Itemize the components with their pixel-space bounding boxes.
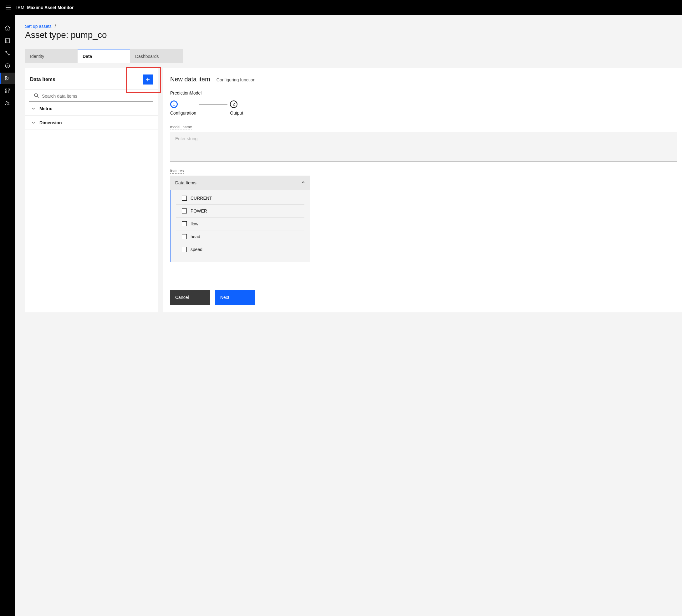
nav-connect-icon[interactable] [0, 48, 15, 59]
model-name: PredictionModel [170, 90, 677, 95]
chevron-down-icon [31, 106, 36, 111]
model-name-label: model_name [170, 125, 192, 130]
search-row [29, 90, 153, 102]
svg-point-10 [8, 102, 9, 103]
search-input[interactable] [42, 94, 147, 98]
option-label: head [190, 234, 200, 239]
svg-point-11 [35, 94, 38, 97]
app-header: IBM Maximo Asset Monitor [0, 0, 682, 15]
brand-ibm: IBM [16, 5, 24, 10]
features-dropdown-header[interactable]: Data Items [170, 176, 310, 190]
new-data-item-title: New data item [170, 76, 210, 83]
brand-product: Maximo Asset Monitor [27, 5, 73, 10]
step-1-circle: 1 [170, 101, 178, 108]
checkbox[interactable] [182, 262, 187, 262]
option-power[interactable]: POWER [176, 205, 304, 218]
option-label: voltage [190, 262, 205, 262]
nav-setup-icon[interactable] [0, 73, 15, 84]
model-name-input[interactable] [170, 132, 677, 162]
option-speed[interactable]: speed [176, 243, 304, 256]
chevron-down-icon [31, 120, 36, 125]
data-items-panel: Data items [25, 68, 158, 312]
next-button[interactable]: Next [215, 290, 255, 305]
checkbox[interactable] [182, 196, 187, 201]
option-label: speed [190, 247, 202, 252]
option-label: CURRENT [190, 196, 212, 201]
nav-explore-icon[interactable] [0, 60, 15, 71]
main-content: Set up assets / Asset type: pump_co Iden… [15, 15, 682, 616]
option-label: flow [190, 221, 198, 226]
option-label: POWER [190, 208, 207, 214]
new-data-item-subtitle: Configuring function [217, 77, 256, 82]
page-title: Asset type: pump_co [25, 30, 682, 40]
svg-rect-5 [5, 79, 7, 80]
step-connector [199, 104, 227, 105]
tab-data[interactable]: Data [77, 49, 130, 63]
tree-label-metric: Metric [40, 106, 52, 111]
svg-rect-7 [8, 89, 10, 90]
search-icon [34, 93, 39, 99]
features-dropdown-list: CURRENT POWER flow [170, 190, 310, 262]
tab-dashboards[interactable]: Dashboards [130, 49, 183, 63]
breadcrumb-separator: / [55, 24, 56, 29]
step-output[interactable]: 2 Output [230, 101, 243, 115]
svg-point-9 [6, 102, 7, 103]
add-data-item-button[interactable] [143, 74, 153, 85]
tree-item-metric[interactable]: Metric [25, 102, 158, 116]
tabs: Identity Data Dashboards [25, 49, 682, 63]
cancel-button[interactable]: Cancel [170, 290, 210, 305]
checkbox[interactable] [182, 247, 187, 252]
nav-dashboard-icon[interactable] [0, 35, 15, 46]
new-data-item-panel: New data item Configuring function Predi… [163, 68, 682, 312]
menu-icon[interactable] [5, 4, 11, 10]
tree-label-dimension: Dimension [40, 120, 62, 125]
progress-stepper: 1 Configuration 2 Output [170, 101, 677, 115]
nav-users-icon[interactable] [0, 98, 15, 109]
svg-point-3 [5, 64, 10, 68]
option-current[interactable]: CURRENT [176, 192, 304, 205]
svg-rect-4 [5, 76, 7, 78]
tab-identity[interactable]: Identity [25, 49, 77, 63]
checkbox[interactable] [182, 221, 187, 226]
option-head[interactable]: head [176, 230, 304, 243]
svg-rect-6 [6, 89, 7, 90]
breadcrumb-link[interactable]: Set up assets [25, 24, 52, 29]
features-label: features [170, 169, 184, 174]
step-1-label: Configuration [170, 110, 196, 115]
step-2-circle: 2 [230, 101, 237, 108]
option-flow[interactable]: flow [176, 218, 304, 230]
svg-rect-8 [6, 91, 7, 93]
step-configuration[interactable]: 1 Configuration [170, 101, 196, 115]
footer-buttons: Cancel Next [170, 277, 677, 305]
checkbox[interactable] [182, 234, 187, 239]
nav-apps-icon[interactable] [0, 85, 15, 96]
data-items-title: Data items [30, 77, 55, 82]
chevron-up-icon [301, 180, 305, 185]
features-dropdown-label: Data Items [175, 180, 197, 185]
tree-item-dimension[interactable]: Dimension [25, 116, 158, 130]
checkbox[interactable] [182, 208, 187, 214]
step-2-label: Output [230, 110, 243, 115]
svg-rect-0 [5, 39, 10, 43]
nav-home-icon[interactable] [0, 23, 15, 34]
brand: IBM Maximo Asset Monitor [16, 5, 73, 10]
breadcrumb: Set up assets / [25, 24, 682, 29]
left-nav [0, 15, 15, 616]
option-voltage[interactable]: voltage [176, 258, 304, 262]
